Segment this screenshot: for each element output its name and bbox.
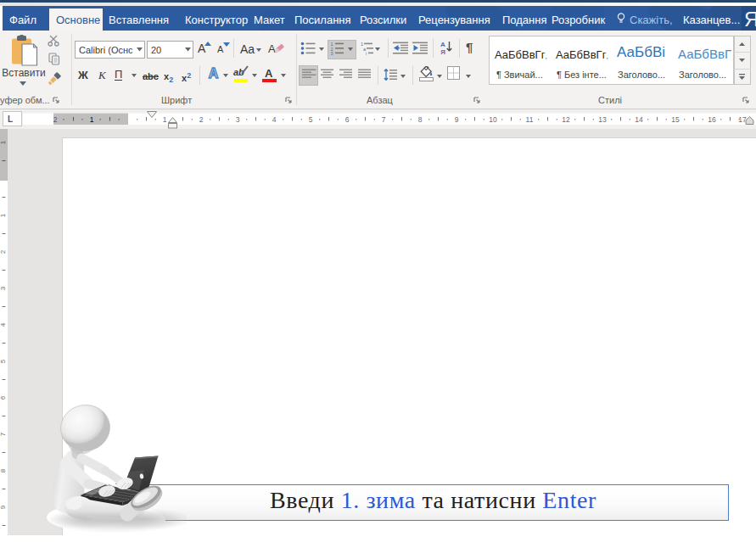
svg-text:5: 5 xyxy=(0,359,7,363)
svg-text:2: 2 xyxy=(53,115,58,124)
svg-text:А: А xyxy=(209,66,219,81)
svg-text:1: 1 xyxy=(0,213,7,217)
svg-text:3: 3 xyxy=(330,51,333,55)
svg-text:8: 8 xyxy=(418,115,423,124)
svg-text:3: 3 xyxy=(236,115,240,124)
svg-text:4: 4 xyxy=(272,115,277,124)
svg-text:9: 9 xyxy=(0,505,7,509)
svg-text:А: А xyxy=(440,41,445,48)
svg-text:1: 1 xyxy=(90,115,94,124)
svg-text:7: 7 xyxy=(382,115,386,124)
svg-text:6: 6 xyxy=(345,115,350,124)
svg-text:9: 9 xyxy=(455,115,459,124)
svg-text:11: 11 xyxy=(526,115,534,124)
svg-text:1: 1 xyxy=(0,140,7,144)
svg-text:Я: Я xyxy=(440,48,445,55)
svg-text:15: 15 xyxy=(671,115,680,124)
svg-text:16: 16 xyxy=(708,115,716,124)
svg-text:5: 5 xyxy=(309,115,313,124)
svg-text:i: i xyxy=(366,51,367,55)
svg-text:2: 2 xyxy=(199,115,204,124)
svg-text:8: 8 xyxy=(0,468,7,472)
svg-text:2: 2 xyxy=(0,249,7,254)
svg-text:10: 10 xyxy=(489,115,497,124)
svg-text:7: 7 xyxy=(0,432,7,436)
svg-text:3: 3 xyxy=(0,286,7,290)
svg-text:6: 6 xyxy=(0,395,7,400)
svg-text:1: 1 xyxy=(163,115,167,124)
svg-text:4: 4 xyxy=(0,322,7,327)
svg-text:13: 13 xyxy=(598,115,607,124)
svg-text:12: 12 xyxy=(562,115,570,124)
svg-text:14: 14 xyxy=(635,115,643,124)
